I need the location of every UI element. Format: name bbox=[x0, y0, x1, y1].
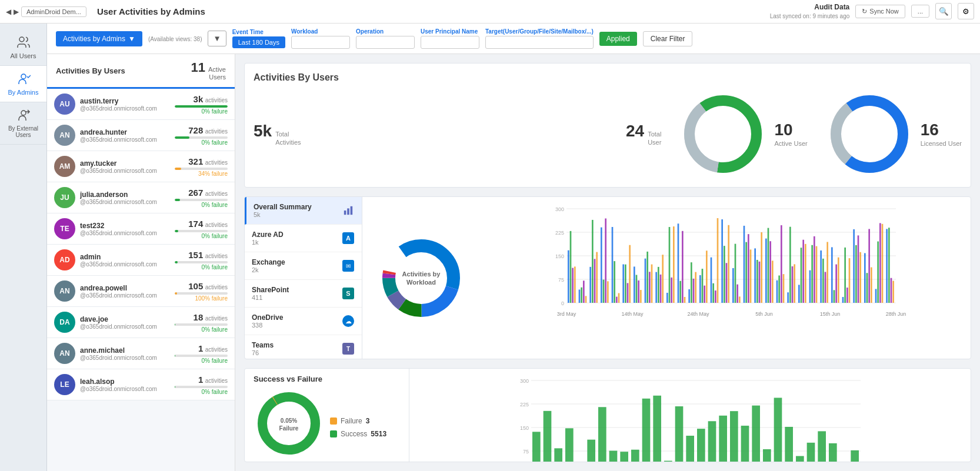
list-item[interactable]: AU austin.terry @o365droid.onmicrosoft.c… bbox=[47, 89, 235, 120]
success-bar-chart-svg: 0751502253003rd May14th May24th May5th J… bbox=[415, 375, 965, 462]
svg-rect-81 bbox=[711, 258, 712, 303]
list-item[interactable]: JU julia.anderson @o365droid.onmicrosoft… bbox=[47, 182, 235, 213]
list-item[interactable]: DA dave.joe @o365droid.onmicrosoft.com 1… bbox=[47, 307, 235, 338]
workload-item[interactable]: SharePoint 411 S bbox=[245, 280, 362, 308]
sync-now-button[interactable]: ↻ Sync Now bbox=[855, 5, 905, 18]
svg-rect-126 bbox=[834, 290, 835, 303]
user-name: andrea.hunter bbox=[80, 128, 170, 136]
activity-label: activities bbox=[205, 222, 228, 228]
operation-select[interactable] bbox=[356, 36, 415, 49]
activity-bar bbox=[175, 292, 228, 295]
workload-select[interactable] bbox=[291, 36, 350, 49]
list-item[interactable]: AD admin @o365droid.onmicrosoft.com 151 … bbox=[47, 245, 235, 276]
licensed-users-value: 16 Licensed User bbox=[921, 121, 962, 148]
by-admins-icon bbox=[16, 72, 31, 86]
sf-center-label: 0.05%Failure bbox=[279, 417, 299, 432]
user-name: test232 bbox=[80, 222, 170, 230]
workload-info: OneDrive 338 bbox=[252, 313, 283, 329]
workload-icon: ✉ bbox=[342, 259, 355, 272]
svg-rect-189 bbox=[774, 397, 782, 462]
workload-charts-row: Overall Summary 5k Azure AD 1k A Exchang… bbox=[244, 196, 971, 359]
tab-label[interactable]: AdminDroid Dem... bbox=[21, 6, 86, 17]
workload-donut-wrap: Activities by Workload bbox=[374, 231, 468, 325]
activity-bar-fill bbox=[175, 323, 175, 326]
success-dot bbox=[330, 430, 337, 437]
workload-icon bbox=[342, 204, 355, 217]
workload-item[interactable]: Overall Summary 5k bbox=[245, 197, 362, 225]
workload-item[interactable]: Azure AD 1k A bbox=[245, 225, 362, 252]
failure-stat: 0% failure bbox=[175, 233, 228, 239]
workload-count: 2k bbox=[252, 266, 285, 273]
svg-rect-170 bbox=[565, 428, 574, 462]
top-bar: ◀ ▶ AdminDroid Dem... User Activities by… bbox=[0, 0, 980, 24]
svg-rect-87 bbox=[726, 263, 728, 303]
svg-rect-116 bbox=[805, 244, 806, 303]
sidebar-item-by-admins[interactable]: By Admins bbox=[0, 66, 46, 102]
svg-rect-58 bbox=[646, 252, 648, 303]
svg-rect-121 bbox=[820, 250, 822, 303]
list-item[interactable]: AN anne.michael @o365droid.onmicrosoft.c… bbox=[47, 338, 235, 369]
svg-rect-123 bbox=[825, 272, 826, 303]
clear-filter-button[interactable]: Clear Filter bbox=[643, 31, 693, 46]
upn-select[interactable] bbox=[421, 36, 479, 49]
target-select[interactable] bbox=[485, 36, 594, 49]
avatar: AN bbox=[54, 280, 75, 302]
svg-rect-67 bbox=[671, 278, 672, 303]
list-item[interactable]: AN andrea.hunter @o365droid.onmicrosoft.… bbox=[47, 120, 235, 151]
list-item[interactable]: AM amy.tucker @o365droid.onmicrosoft.com… bbox=[47, 151, 235, 182]
svg-rect-85 bbox=[721, 219, 723, 303]
sidebar-item-by-external-users[interactable]: By External Users bbox=[0, 102, 46, 145]
svg-rect-139 bbox=[868, 229, 870, 303]
svg-rect-141 bbox=[875, 289, 877, 303]
svg-rect-39 bbox=[594, 259, 596, 303]
svg-rect-183 bbox=[708, 421, 716, 462]
user-info: admin @o365droid.onmicrosoft.com bbox=[80, 253, 170, 268]
list-item[interactable]: AN andrea.powell @o365droid.onmicrosoft.… bbox=[47, 276, 235, 307]
user-name: anne.michael bbox=[80, 346, 170, 355]
activity-count: 18 bbox=[194, 312, 204, 322]
workload-item[interactable]: Exchange 2k ✉ bbox=[245, 252, 362, 280]
filter-icon-button[interactable]: ▼ bbox=[208, 31, 226, 46]
activity-bar-fill bbox=[175, 292, 177, 295]
avail-views-label: (Available views: 38) bbox=[148, 36, 202, 42]
event-time-button[interactable]: Last 180 Days bbox=[232, 36, 285, 48]
avatar: LE bbox=[54, 374, 75, 395]
user-name: dave.joe bbox=[80, 315, 170, 323]
by-external-icon bbox=[16, 108, 31, 122]
activity-bar bbox=[175, 261, 228, 263]
total-users-stat: 24 Total User bbox=[626, 122, 661, 147]
list-item[interactable]: LE leah.alsop @o365droid.onmicrosoft.com… bbox=[47, 369, 235, 400]
sidebar-item-all-users[interactable]: All Users bbox=[0, 29, 46, 66]
svg-rect-80 bbox=[706, 250, 708, 303]
svg-rect-127 bbox=[835, 265, 837, 303]
svg-rect-175 bbox=[620, 452, 628, 462]
workload-item[interactable]: OneDrive 338 ☁ bbox=[245, 308, 362, 335]
workload-item[interactable]: Teams 76 T bbox=[245, 335, 362, 359]
nav-forward-btn[interactable]: ▶ bbox=[14, 8, 19, 16]
svg-rect-46 bbox=[614, 261, 615, 303]
settings-icon-button[interactable]: ⚙ bbox=[958, 3, 974, 19]
activity-label: activities bbox=[205, 159, 228, 166]
activity-bar bbox=[175, 386, 228, 388]
activity-count: 151 bbox=[188, 250, 203, 260]
svg-rect-95 bbox=[748, 234, 749, 303]
list-item[interactable]: TE test232 @o365droid.onmicrosoft.com 17… bbox=[47, 213, 235, 245]
total-activities-num: 5k bbox=[254, 122, 272, 141]
audit-data-block: Audit Data Last synced on: 9 minutes ago bbox=[770, 2, 850, 21]
svg-rect-109 bbox=[787, 292, 789, 303]
activity-count: 1 bbox=[198, 375, 203, 385]
total-activities-value: 5k Total Activities bbox=[254, 122, 301, 147]
svg-text:225: 225 bbox=[520, 402, 529, 407]
activity-count: 1 bbox=[198, 343, 203, 353]
user-stats: 1 activities 0% failure bbox=[175, 343, 228, 364]
success-label: Success bbox=[341, 430, 367, 438]
svg-rect-137 bbox=[864, 253, 866, 303]
total-users-value: 24 Total User bbox=[626, 122, 661, 147]
more-options-button[interactable]: ... bbox=[911, 5, 929, 18]
svg-rect-192 bbox=[807, 443, 815, 462]
failure-stat: 100% failure bbox=[175, 295, 228, 302]
nav-back-btn[interactable]: ◀ bbox=[6, 8, 11, 16]
search-icon-button[interactable]: 🔍 bbox=[935, 3, 952, 19]
view-select-button[interactable]: Activities by Admins ▼ bbox=[56, 31, 142, 46]
applied-button[interactable]: Applied bbox=[599, 32, 637, 46]
